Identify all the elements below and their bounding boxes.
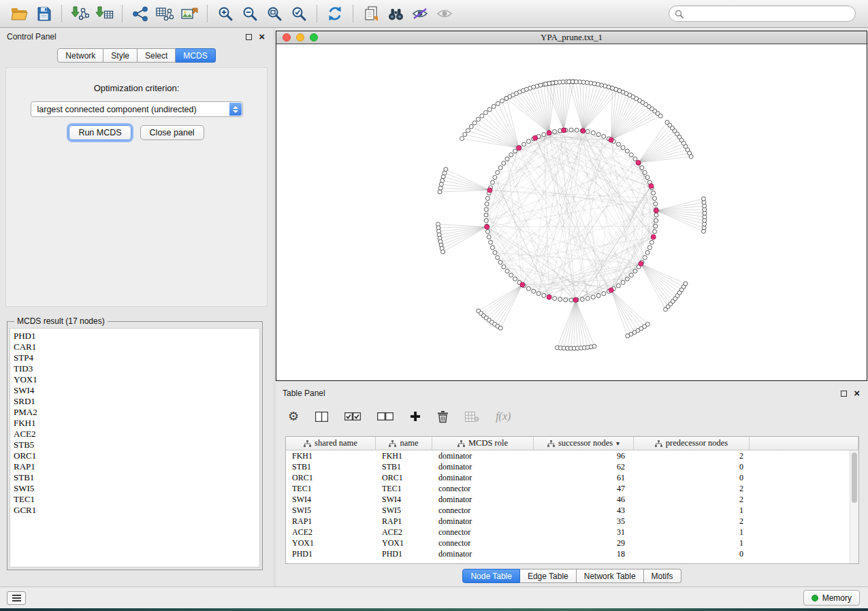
network-window-titlebar[interactable]: YPA_prune.txt_1 [276, 31, 867, 44]
network-window-title: YPA_prune.txt_1 [276, 32, 867, 43]
mcds-result-item[interactable]: YOX1 [14, 374, 259, 385]
hide-selected-button[interactable] [408, 3, 432, 24]
search-box[interactable] [669, 5, 856, 22]
table-cell: FKH1 [286, 450, 376, 461]
window-minimize-button[interactable] [296, 33, 304, 42]
column-header-predecessor-nodes[interactable]: predecessor nodes [634, 437, 750, 450]
mcds-result-item[interactable]: SWI4 [14, 385, 259, 396]
zoom-fit-button[interactable] [262, 3, 287, 24]
zoom-in-button[interactable] [213, 3, 238, 24]
window-close-button[interactable] [283, 33, 291, 42]
table-row[interactable]: SWI5SWI5connector431 [286, 505, 858, 516]
mcds-result-item[interactable]: ACE2 [14, 429, 259, 440]
open-folder-icon [11, 7, 28, 20]
find-button[interactable] [383, 3, 408, 24]
table-row[interactable]: YOX1YOX1connector291 [286, 538, 858, 548]
mcds-result-item[interactable]: ORC1 [14, 450, 259, 461]
table-cell: ACE2 [286, 527, 376, 538]
apply-layout-button[interactable] [323, 3, 347, 24]
close-table-panel-icon[interactable]: × [852, 390, 861, 397]
import-network-button[interactable] [67, 3, 92, 24]
export-image-icon [180, 6, 198, 22]
new-network-button[interactable] [128, 3, 152, 24]
mcds-result-item[interactable]: SWI5 [14, 483, 259, 494]
import-table-button[interactable] [92, 3, 116, 24]
save-floppy-icon [37, 7, 51, 21]
mcds-result-item[interactable]: PHD1 [14, 331, 259, 342]
table-settings-gear-icon[interactable]: ⚙ [288, 410, 299, 423]
tab-node-table[interactable]: Node Table [462, 569, 520, 583]
table-row[interactable]: STB1STB1dominator620 [286, 461, 858, 472]
mcds-result-item[interactable]: TEC1 [14, 494, 259, 505]
table-row[interactable]: PHD1PHD1dominator180 [286, 548, 858, 559]
zoom-selected-button[interactable] [287, 3, 311, 24]
eye-slash-icon [411, 7, 429, 20]
export-image-button[interactable] [177, 3, 202, 24]
mcds-result-item[interactable]: PMA2 [14, 407, 259, 418]
table-panel-header: Table Panel × [276, 384, 868, 402]
mcds-result-item[interactable]: GCR1 [14, 505, 259, 516]
float-panel-icon[interactable] [246, 34, 252, 40]
deselect-all-icon[interactable] [377, 412, 393, 420]
table-cell: 2 [634, 516, 750, 527]
criterion-dropdown[interactable]: largest connected component (undirected) [31, 101, 243, 117]
network-from-table-button[interactable] [152, 3, 177, 24]
import-table-icon [95, 5, 114, 22]
mcds-result-item[interactable]: RAP1 [14, 461, 259, 472]
table-row[interactable]: TEC1TEC1connector472 [286, 483, 858, 494]
tab-style[interactable]: Style [103, 48, 138, 63]
close-mcds-panel-button[interactable]: Close panel [140, 125, 204, 140]
delete-table-icon-disabled [465, 412, 479, 422]
mcds-button-row: Run MCDS Close panel [6, 125, 267, 140]
network-canvas[interactable] [276, 44, 867, 380]
mcds-result-item[interactable]: STB1 [14, 472, 259, 483]
scrollbar-thumb[interactable] [852, 452, 857, 503]
table-cell: STB1 [286, 461, 376, 472]
mcds-result-item[interactable]: CAR1 [14, 342, 259, 352]
tab-network-table[interactable]: Network Table [577, 569, 644, 583]
run-mcds-button[interactable]: Run MCDS [69, 125, 131, 140]
status-menu-button[interactable] [7, 591, 26, 605]
save-session-button[interactable] [31, 3, 56, 24]
tab-motifs[interactable]: Motifs [644, 569, 681, 583]
float-table-panel-icon[interactable] [841, 391, 847, 397]
add-column-icon[interactable] [410, 411, 421, 422]
table-panel: Table Panel × ⚙ [276, 384, 868, 585]
delete-column-icon[interactable] [437, 410, 449, 423]
search-input[interactable] [688, 9, 850, 18]
control-panel-tabs: NetworkStyleSelectMCDS [0, 48, 273, 63]
column-header-name[interactable]: name [376, 437, 432, 450]
zoom-out-button[interactable] [238, 3, 262, 24]
table-row[interactable]: RAP1RAP1dominator352 [286, 516, 858, 527]
refresh-layout-icon [327, 5, 343, 22]
column-header-shared-name[interactable]: shared name [286, 437, 376, 450]
tab-network[interactable]: Network [57, 48, 103, 63]
select-all-icon[interactable] [344, 412, 361, 420]
mcds-result-item[interactable]: SRD1 [14, 396, 259, 407]
table-row[interactable]: ACE2ACE2connector311 [286, 527, 858, 538]
column-header-MCDS-role[interactable]: MCDS role [432, 437, 534, 450]
table-row[interactable]: SWI4SWI4dominator462 [286, 494, 858, 505]
memory-button[interactable]: Memory [803, 590, 860, 606]
table-scrollbar[interactable] [850, 450, 858, 563]
copy-button[interactable] [359, 3, 383, 24]
mcds-result-list[interactable]: PHD1CAR1STP4TID3YOX1SWI4SRD1PMA2FKH1ACE2… [10, 328, 260, 567]
show-all-button[interactable] [432, 3, 457, 24]
close-panel-icon[interactable]: × [257, 33, 266, 40]
open-file-button[interactable] [7, 3, 31, 24]
window-maximize-button[interactable] [310, 33, 318, 42]
tab-mcds[interactable]: MCDS [176, 48, 215, 63]
table-toolbar: ⚙ [276, 402, 868, 431]
tab-select[interactable]: Select [138, 48, 176, 63]
toolbar-separator [353, 5, 353, 22]
mcds-result-item[interactable]: STP4 [14, 352, 259, 363]
column-header-successor-nodes[interactable]: successor nodes▾ [534, 437, 634, 450]
mcds-result-item[interactable]: STB5 [14, 440, 259, 450]
table-row[interactable]: ORC1ORC1dominator610 [286, 472, 858, 483]
mcds-result-item[interactable]: FKH1 [14, 418, 259, 429]
show-columns-icon[interactable] [315, 412, 328, 422]
tab-edge-table[interactable]: Edge Table [520, 569, 577, 583]
mcds-result-item[interactable]: TID3 [14, 363, 259, 374]
table-row[interactable]: FKH1FKH1dominator962 [286, 450, 858, 461]
table-cell: 31 [534, 527, 634, 538]
